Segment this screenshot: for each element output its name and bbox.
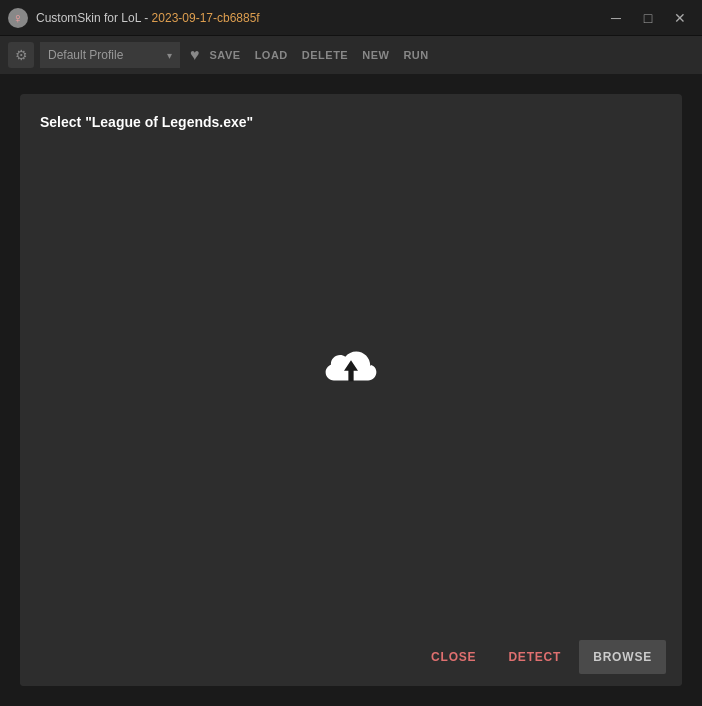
window-close-button[interactable]: ✕ <box>666 8 694 28</box>
new-button[interactable]: NEW <box>358 47 393 63</box>
dialog-body: Select "League of Legends.exe" <box>20 94 682 628</box>
window-controls: ─ □ ✕ <box>602 8 694 28</box>
toolbar: ⚙ Default Profile ▾ ♥ SAVE LOAD DELETE N… <box>0 36 702 74</box>
cloud-upload-icon <box>316 341 386 397</box>
detect-button[interactable]: DETECT <box>494 640 575 674</box>
load-button[interactable]: LOAD <box>251 47 292 63</box>
close-button[interactable]: CLOSE <box>417 640 490 674</box>
favorite-icon[interactable]: ♥ <box>190 46 200 64</box>
app-icon: ♀ <box>8 8 28 28</box>
chevron-down-icon: ▾ <box>167 50 172 61</box>
minimize-button[interactable]: ─ <box>602 8 630 28</box>
dialog-title: Select "League of Legends.exe" <box>40 114 662 130</box>
profile-dropdown[interactable]: Default Profile ▾ <box>40 42 180 68</box>
title-bar: ♀ CustomSkin for LoL - 2023-09-17-cb6885… <box>0 0 702 36</box>
dialog-panel: Select "League of Legends.exe" CLOSE DET… <box>20 94 682 686</box>
profile-label: Default Profile <box>48 48 123 62</box>
title-text: CustomSkin for LoL - 2023-09-17-cb6885f <box>36 11 602 25</box>
gear-icon: ⚙ <box>15 47 28 63</box>
upload-icon-container <box>316 341 386 397</box>
save-button[interactable]: SAVE <box>206 47 245 63</box>
settings-button[interactable]: ⚙ <box>8 42 34 68</box>
delete-button[interactable]: DELETE <box>298 47 352 63</box>
dialog-content-area <box>40 130 662 608</box>
dialog-footer: CLOSE DETECT BROWSE <box>20 628 682 686</box>
maximize-button[interactable]: □ <box>634 8 662 28</box>
run-button[interactable]: RUN <box>399 47 432 63</box>
browse-button[interactable]: BROWSE <box>579 640 666 674</box>
main-content: Select "League of Legends.exe" CLOSE DET… <box>0 74 702 706</box>
